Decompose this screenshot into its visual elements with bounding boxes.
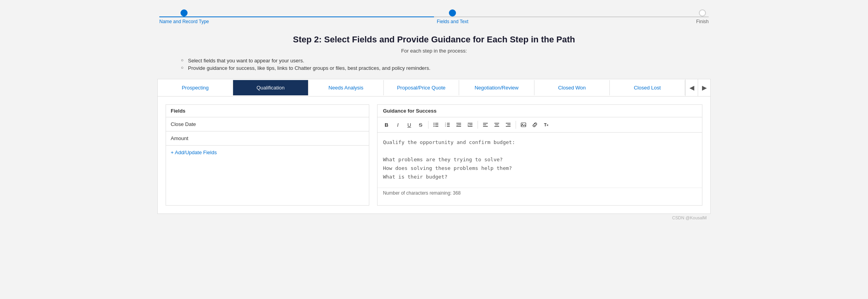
svg-text:3: 3 bbox=[445, 125, 446, 127]
watermark: CSDN @KousalM bbox=[157, 214, 711, 222]
char-count: Number of characters remaining: 368 bbox=[377, 188, 702, 198]
char-count-value: 368 bbox=[453, 190, 461, 196]
toolbar-image-button[interactable] bbox=[518, 120, 529, 130]
add-update-fields-link[interactable]: + Add/Update Fields bbox=[166, 146, 221, 159]
tab-qualification[interactable]: Qualification bbox=[233, 80, 308, 95]
svg-point-5 bbox=[434, 126, 434, 127]
tab-proposal-price-quote[interactable]: Proposal/Price Quote bbox=[384, 80, 459, 95]
main-content: Step 2: Select Fields and Provide Guidan… bbox=[150, 31, 718, 222]
progress-label-fields-text: Fields and Text bbox=[437, 19, 469, 24]
toolbar: B I U S 123 bbox=[377, 117, 702, 133]
char-count-label: Number of characters remaining: bbox=[383, 190, 452, 196]
progress-dot-fields-text bbox=[449, 9, 456, 16]
bullet-1: Select fields that you want to appear fo… bbox=[181, 58, 711, 64]
field-row-close-date[interactable]: Close Date bbox=[166, 117, 369, 131]
toolbar-ordered-list-button[interactable]: 123 bbox=[442, 120, 452, 130]
svg-point-30 bbox=[522, 124, 523, 124]
guidance-line-4: How does solving these problems help the… bbox=[383, 164, 697, 173]
field-row-amount[interactable]: Amount bbox=[166, 131, 369, 146]
page-title: Step 2: Select Fields and Provide Guidan… bbox=[157, 31, 711, 45]
toolbar-align-center-button[interactable] bbox=[492, 120, 502, 130]
progress-section: Name and Record Type Fields and Text Fin… bbox=[0, 0, 868, 31]
toolbar-underline-button[interactable]: U bbox=[404, 120, 414, 130]
page-subtitle: For each step in the process: bbox=[157, 48, 711, 54]
instructions-list: Select fields that you want to appear fo… bbox=[157, 58, 711, 79]
toolbar-outdent-button[interactable] bbox=[454, 120, 464, 130]
progress-dot-name-record bbox=[181, 9, 188, 16]
progress-label-name-record: Name and Record Type bbox=[159, 19, 209, 24]
progress-label-finish: Finish bbox=[696, 19, 709, 24]
toolbar-clear-format-button[interactable]: Tx bbox=[541, 120, 551, 130]
bullet-2: Provide guidance for success, like tips,… bbox=[181, 65, 711, 71]
toolbar-align-right-button[interactable] bbox=[503, 120, 513, 130]
toolbar-indent-button[interactable] bbox=[465, 120, 475, 130]
tab-next-button[interactable]: ▶ bbox=[698, 79, 710, 96]
svg-marker-15 bbox=[456, 124, 458, 126]
progress-step-fields-text: Fields and Text bbox=[437, 9, 469, 24]
tab-closed-won[interactable]: Closed Won bbox=[534, 80, 610, 95]
toolbar-strikethrough-button[interactable]: S bbox=[416, 120, 426, 130]
svg-rect-29 bbox=[521, 123, 526, 127]
guidance-line-5: What is their budget? bbox=[383, 173, 697, 181]
guidance-line-3: What problems are they trying to solve? bbox=[383, 155, 697, 164]
tab-prev-button[interactable]: ◀ bbox=[685, 79, 698, 96]
progress-step-name-record: Name and Record Type bbox=[159, 9, 209, 24]
progress-track: Name and Record Type Fields and Text Fin… bbox=[159, 9, 709, 24]
progress-dot-finish bbox=[699, 9, 706, 16]
toolbar-separator-2 bbox=[478, 121, 478, 129]
svg-point-3 bbox=[434, 123, 434, 124]
guidance-line-1: Qualify the opportunity and confirm budg… bbox=[383, 138, 697, 147]
svg-marker-19 bbox=[468, 124, 469, 126]
toolbar-bold-button[interactable]: B bbox=[381, 120, 392, 130]
fields-header: Fields bbox=[166, 105, 369, 117]
fields-panel: Fields Close Date Amount + Add/Update Fi… bbox=[166, 104, 369, 206]
svg-point-4 bbox=[434, 124, 434, 125]
guidance-text-area[interactable]: Qualify the opportunity and confirm budg… bbox=[377, 133, 702, 188]
tab-closed-lost[interactable]: Closed Lost bbox=[610, 80, 685, 95]
toolbar-link-button[interactable] bbox=[530, 120, 540, 130]
toolbar-align-left-button[interactable] bbox=[480, 120, 491, 130]
toolbar-italic-button[interactable]: I bbox=[393, 120, 403, 130]
progress-step-finish: Finish bbox=[696, 9, 709, 24]
tab-negotiation-review[interactable]: Negotiation/Review bbox=[459, 80, 534, 95]
toolbar-separator-3 bbox=[516, 121, 516, 129]
toolbar-separator-1 bbox=[428, 121, 429, 129]
content-panel: Fields Close Date Amount + Add/Update Fi… bbox=[157, 96, 711, 214]
tab-bar: Prospecting Qualification Needs Analysis… bbox=[157, 79, 711, 96]
guidance-panel: Guidance for Success B I U S 123 bbox=[377, 104, 702, 206]
tab-prospecting[interactable]: Prospecting bbox=[158, 80, 233, 95]
toolbar-unordered-list-button[interactable] bbox=[431, 120, 441, 130]
tab-needs-analysis[interactable]: Needs Analysis bbox=[308, 80, 384, 95]
guidance-header: Guidance for Success bbox=[377, 105, 702, 117]
